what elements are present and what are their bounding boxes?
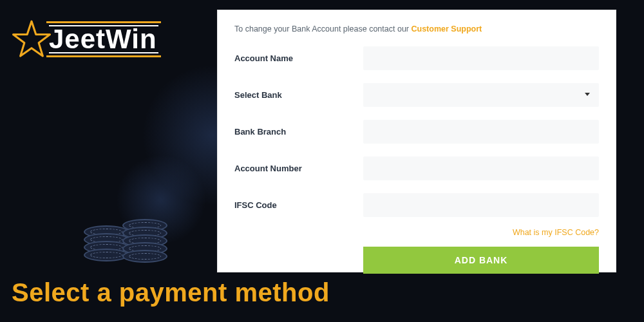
ifsc-code-input[interactable] [363, 193, 599, 217]
select-bank-dropdown[interactable] [363, 83, 599, 107]
button-row: ADD BANK [234, 247, 599, 274]
add-bank-button[interactable]: ADD BANK [363, 247, 599, 274]
notice-prefix: To change your Bank Account please conta… [234, 24, 411, 33]
row-account-name: Account Name [234, 46, 599, 70]
svg-marker-0 [13, 21, 50, 56]
brand-name: JeetWin [46, 21, 161, 57]
account-name-input[interactable] [363, 46, 599, 70]
bank-form-card: To change your Bank Account please conta… [217, 10, 616, 272]
label-account-number: Account Number [234, 164, 363, 173]
help-row: What is my IFSC Code? [234, 226, 599, 238]
star-icon [12, 19, 52, 59]
chevron-down-icon [585, 93, 590, 96]
brand-logo: JeetWin [12, 19, 161, 59]
notice-text: To change your Bank Account please conta… [234, 24, 599, 33]
label-account-name: Account Name [234, 53, 363, 63]
label-select-bank: Select Bank [234, 90, 363, 100]
page-caption: Select a payment method [12, 278, 330, 307]
customer-support-link[interactable]: Customer Support [411, 24, 482, 33]
label-ifsc-code: IFSC Code [234, 200, 363, 210]
account-number-input[interactable] [363, 156, 599, 180]
bank-branch-input[interactable] [363, 120, 599, 144]
label-bank-branch: Bank Branch [234, 127, 363, 137]
row-account-number: Account Number [234, 156, 599, 180]
ifsc-help-link[interactable]: What is my IFSC Code? [513, 228, 599, 237]
row-ifsc-code: IFSC Code [234, 193, 599, 217]
casino-chips-decor [84, 187, 225, 290]
row-bank-branch: Bank Branch [234, 120, 599, 144]
bg-glow [116, 155, 206, 245]
row-select-bank: Select Bank [234, 83, 599, 107]
